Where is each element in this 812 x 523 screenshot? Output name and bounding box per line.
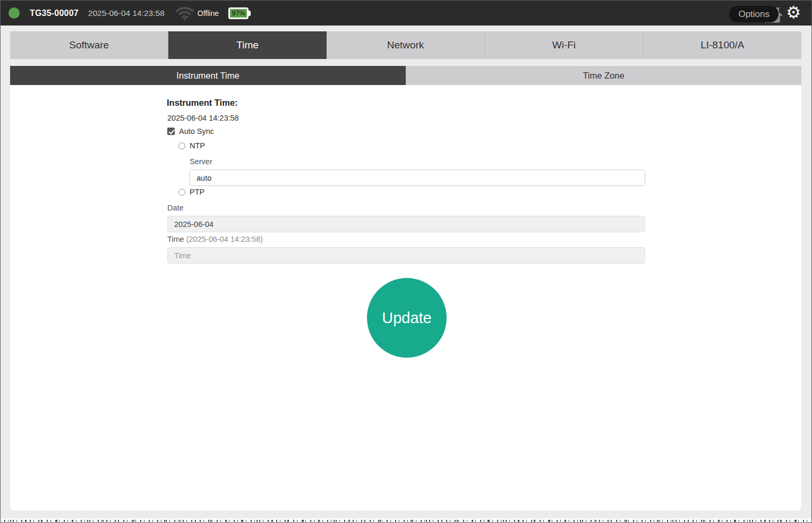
- battery-percent: 97%: [230, 9, 247, 18]
- ptp-label: PTP: [190, 188, 204, 196]
- connection-status-icon: [8, 7, 20, 19]
- time-label: Time (2025-06-04 14:23:58): [167, 235, 263, 243]
- auto-sync-row: Auto Sync: [167, 127, 214, 136]
- subtab-time-zone[interactable]: Time Zone: [406, 66, 801, 85]
- date-input[interactable]: [167, 216, 645, 232]
- options-button[interactable]: Options: [729, 6, 779, 22]
- wifi-icon: [175, 6, 194, 20]
- app-window: TG35-00007 2025-06-04 14:23:58 Offline 9…: [0, 0, 812, 523]
- auto-sync-label: Auto Sync: [179, 127, 214, 136]
- tab-network[interactable]: Network: [327, 31, 485, 59]
- time-label-hint: (2025-06-04 14:23:58): [186, 235, 263, 243]
- clipped-bottom-text: [1, 518, 811, 522]
- current-instrument-time: 2025-06-04 14:23:58: [167, 114, 239, 122]
- time-input[interactable]: [167, 247, 645, 264]
- server-label: Server: [190, 157, 212, 166]
- main-tab-bar: Software Time Network Wi-Fi LI-8100/A: [10, 31, 801, 59]
- device-name: TG35-00007: [30, 9, 79, 18]
- instrument-time-panel: Instrument Time: 2025-06-04 14:23:58 Aut…: [10, 85, 801, 511]
- tab-li8100a[interactable]: LI-8100/A: [644, 31, 801, 59]
- gear-icon[interactable]: ⚙: [786, 2, 801, 24]
- top-status-bar: TG35-00007 2025-06-04 14:23:58 Offline 9…: [1, 1, 811, 26]
- auto-sync-checkbox[interactable]: [167, 128, 175, 135]
- ptp-row: PTP: [178, 188, 204, 196]
- time-label-text: Time: [167, 235, 184, 243]
- sub-tab-bar: Instrument Time Time Zone: [10, 66, 801, 85]
- server-input[interactable]: [190, 170, 645, 186]
- ntp-label: NTP: [190, 141, 205, 150]
- date-label: Date: [167, 204, 184, 212]
- header-timestamp: 2025-06-04 14:23:58: [88, 9, 165, 18]
- tab-time[interactable]: Time: [168, 31, 326, 59]
- topbar-right-controls: Options ⚙: [726, 1, 811, 26]
- form-heading: Instrument Time:: [167, 98, 238, 108]
- ptp-radio[interactable]: [178, 189, 185, 196]
- tab-wifi[interactable]: Wi-Fi: [485, 31, 643, 59]
- battery-icon: 97%: [228, 7, 249, 19]
- wifi-status-label: Offline: [198, 9, 219, 18]
- update-button[interactable]: Update: [367, 278, 447, 358]
- tab-software[interactable]: Software: [10, 31, 168, 59]
- ntp-row: NTP: [178, 141, 205, 150]
- ntp-radio[interactable]: [178, 142, 185, 149]
- subtab-instrument-time[interactable]: Instrument Time: [10, 66, 406, 85]
